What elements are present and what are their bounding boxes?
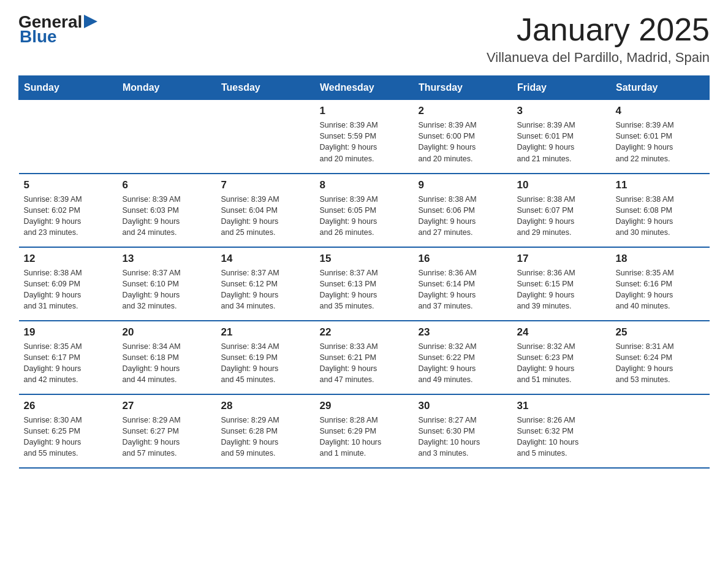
day-number: 11: [616, 179, 705, 191]
day-number: 31: [517, 400, 606, 412]
day-info: Sunrise: 8:32 AM Sunset: 6:23 PM Dayligh…: [517, 341, 606, 386]
day-number: 19: [24, 326, 113, 339]
header-sunday: Sunday: [19, 76, 118, 100]
header-saturday: Saturday: [611, 76, 710, 100]
day-number: 14: [221, 253, 310, 265]
day-info: Sunrise: 8:27 AM Sunset: 6:30 PM Dayligh…: [419, 415, 507, 459]
table-row: 6Sunrise: 8:39 AM Sunset: 6:03 PM Daylig…: [118, 174, 216, 247]
day-info: Sunrise: 8:39 AM Sunset: 6:03 PM Dayligh…: [123, 194, 211, 239]
day-info: Sunrise: 8:31 AM Sunset: 6:24 PM Dayligh…: [616, 341, 705, 386]
table-row: 11Sunrise: 8:38 AM Sunset: 6:08 PM Dayli…: [611, 174, 710, 247]
day-info: Sunrise: 8:29 AM Sunset: 6:27 PM Dayligh…: [123, 415, 211, 459]
table-row: [216, 100, 315, 174]
logo: General Blue: [18, 12, 97, 47]
day-info: Sunrise: 8:39 AM Sunset: 5:59 PM Dayligh…: [320, 120, 409, 164]
day-info: Sunrise: 8:34 AM Sunset: 6:18 PM Dayligh…: [123, 341, 211, 386]
table-row: 17Sunrise: 8:36 AM Sunset: 6:15 PM Dayli…: [512, 247, 611, 321]
day-info: Sunrise: 8:37 AM Sunset: 6:10 PM Dayligh…: [123, 267, 211, 312]
table-row: 2Sunrise: 8:39 AM Sunset: 6:00 PM Daylig…: [414, 100, 512, 174]
table-row: 15Sunrise: 8:37 AM Sunset: 6:13 PM Dayli…: [315, 247, 414, 321]
day-info: Sunrise: 8:34 AM Sunset: 6:19 PM Dayligh…: [221, 341, 310, 386]
day-info: Sunrise: 8:39 AM Sunset: 6:01 PM Dayligh…: [616, 120, 705, 164]
table-row: 31Sunrise: 8:26 AM Sunset: 6:32 PM Dayli…: [512, 394, 611, 468]
table-row: 12Sunrise: 8:38 AM Sunset: 6:09 PM Dayli…: [19, 247, 118, 321]
day-number: 12: [24, 253, 113, 265]
day-number: 3: [517, 105, 606, 117]
day-number: 9: [419, 179, 507, 191]
day-info: Sunrise: 8:39 AM Sunset: 6:00 PM Dayligh…: [419, 120, 507, 164]
table-row: [611, 394, 710, 468]
day-info: Sunrise: 8:39 AM Sunset: 6:02 PM Dayligh…: [24, 194, 113, 239]
day-number: 22: [320, 326, 409, 339]
day-number: 16: [419, 253, 507, 265]
day-number: 4: [616, 105, 705, 117]
day-number: 18: [616, 253, 705, 265]
day-info: Sunrise: 8:32 AM Sunset: 6:22 PM Dayligh…: [419, 341, 507, 386]
day-number: 7: [221, 179, 310, 191]
calendar-week-row: 1Sunrise: 8:39 AM Sunset: 5:59 PM Daylig…: [19, 100, 710, 174]
calendar-title: January 2025: [487, 12, 710, 47]
day-info: Sunrise: 8:38 AM Sunset: 6:06 PM Dayligh…: [419, 194, 507, 239]
day-number: 1: [320, 105, 409, 117]
day-number: 21: [221, 326, 310, 339]
table-row: 13Sunrise: 8:37 AM Sunset: 6:10 PM Dayli…: [118, 247, 216, 321]
day-number: 23: [419, 326, 507, 339]
day-number: 8: [320, 179, 409, 191]
table-row: 30Sunrise: 8:27 AM Sunset: 6:30 PM Dayli…: [414, 394, 512, 468]
calendar-week-row: 26Sunrise: 8:30 AM Sunset: 6:25 PM Dayli…: [19, 394, 710, 468]
day-number: 13: [123, 253, 211, 265]
day-info: Sunrise: 8:33 AM Sunset: 6:21 PM Dayligh…: [320, 341, 409, 386]
header-friday: Friday: [512, 76, 611, 100]
day-info: Sunrise: 8:37 AM Sunset: 6:12 PM Dayligh…: [221, 267, 310, 312]
table-row: 14Sunrise: 8:37 AM Sunset: 6:12 PM Dayli…: [216, 247, 315, 321]
table-row: 18Sunrise: 8:35 AM Sunset: 6:16 PM Dayli…: [611, 247, 710, 321]
header-thursday: Thursday: [414, 76, 512, 100]
svg-marker-0: [84, 15, 97, 28]
table-row: 4Sunrise: 8:39 AM Sunset: 6:01 PM Daylig…: [611, 100, 710, 174]
day-info: Sunrise: 8:35 AM Sunset: 6:16 PM Dayligh…: [616, 267, 705, 312]
calendar-header-row: Sunday Monday Tuesday Wednesday Thursday…: [19, 76, 710, 100]
table-row: 5Sunrise: 8:39 AM Sunset: 6:02 PM Daylig…: [19, 174, 118, 247]
title-block: January 2025 Villanueva del Pardillo, Ma…: [487, 12, 710, 66]
day-number: 29: [320, 400, 409, 412]
calendar-week-row: 19Sunrise: 8:35 AM Sunset: 6:17 PM Dayli…: [19, 321, 710, 394]
table-row: 9Sunrise: 8:38 AM Sunset: 6:06 PM Daylig…: [414, 174, 512, 247]
day-number: 24: [517, 326, 606, 339]
calendar-week-row: 5Sunrise: 8:39 AM Sunset: 6:02 PM Daylig…: [19, 174, 710, 247]
day-info: Sunrise: 8:39 AM Sunset: 6:04 PM Dayligh…: [221, 194, 310, 239]
table-row: 3Sunrise: 8:39 AM Sunset: 6:01 PM Daylig…: [512, 100, 611, 174]
day-info: Sunrise: 8:38 AM Sunset: 6:07 PM Dayligh…: [517, 194, 606, 239]
day-info: Sunrise: 8:35 AM Sunset: 6:17 PM Dayligh…: [24, 341, 113, 386]
table-row: 1Sunrise: 8:39 AM Sunset: 5:59 PM Daylig…: [315, 100, 414, 174]
table-row: [118, 100, 216, 174]
day-info: Sunrise: 8:36 AM Sunset: 6:14 PM Dayligh…: [419, 267, 507, 312]
header-tuesday: Tuesday: [216, 76, 315, 100]
day-info: Sunrise: 8:39 AM Sunset: 6:05 PM Dayligh…: [320, 194, 409, 239]
calendar-week-row: 12Sunrise: 8:38 AM Sunset: 6:09 PM Dayli…: [19, 247, 710, 321]
day-info: Sunrise: 8:36 AM Sunset: 6:15 PM Dayligh…: [517, 267, 606, 312]
day-number: 30: [419, 400, 507, 412]
day-info: Sunrise: 8:39 AM Sunset: 6:01 PM Dayligh…: [517, 120, 606, 164]
day-number: 10: [517, 179, 606, 191]
table-row: 10Sunrise: 8:38 AM Sunset: 6:07 PM Dayli…: [512, 174, 611, 247]
logo-arrow-icon: [84, 15, 97, 28]
table-row: 28Sunrise: 8:29 AM Sunset: 6:28 PM Dayli…: [216, 394, 315, 468]
day-info: Sunrise: 8:30 AM Sunset: 6:25 PM Dayligh…: [24, 415, 113, 459]
header-monday: Monday: [118, 76, 216, 100]
table-row: 29Sunrise: 8:28 AM Sunset: 6:29 PM Dayli…: [315, 394, 414, 468]
table-row: 21Sunrise: 8:34 AM Sunset: 6:19 PM Dayli…: [216, 321, 315, 394]
day-number: 26: [24, 400, 113, 412]
day-number: 25: [616, 326, 705, 339]
day-info: Sunrise: 8:38 AM Sunset: 6:08 PM Dayligh…: [616, 194, 705, 239]
day-info: Sunrise: 8:28 AM Sunset: 6:29 PM Dayligh…: [320, 415, 409, 459]
day-info: Sunrise: 8:38 AM Sunset: 6:09 PM Dayligh…: [24, 267, 113, 312]
table-row: [19, 100, 118, 174]
day-number: 17: [517, 253, 606, 265]
table-row: 19Sunrise: 8:35 AM Sunset: 6:17 PM Dayli…: [19, 321, 118, 394]
day-number: 28: [221, 400, 310, 412]
day-number: 27: [123, 400, 211, 412]
table-row: 22Sunrise: 8:33 AM Sunset: 6:21 PM Dayli…: [315, 321, 414, 394]
day-number: 5: [24, 179, 113, 191]
header-wednesday: Wednesday: [315, 76, 414, 100]
table-row: 25Sunrise: 8:31 AM Sunset: 6:24 PM Dayli…: [611, 321, 710, 394]
